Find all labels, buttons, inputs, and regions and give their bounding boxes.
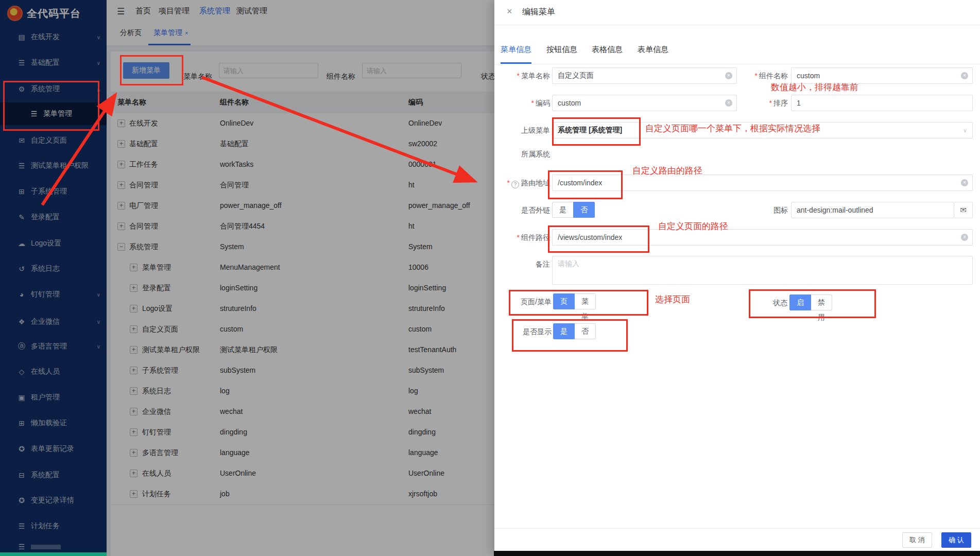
icon-name-input[interactable] — [791, 202, 954, 218]
cancel-button[interactable]: 取 消 — [902, 532, 932, 548]
status-toggle-option-禁用[interactable]: 禁用 — [811, 294, 832, 310]
bottom-black-bar — [494, 551, 980, 556]
component-path-label: *组件路径 — [463, 233, 550, 242]
component-name-input[interactable] — [791, 67, 973, 84]
external-link-label: 是否外链 — [463, 206, 550, 215]
required-star: * — [517, 72, 520, 80]
page-menu-toggle-option-页面[interactable]: 页面 — [553, 293, 575, 309]
drawer-tab-菜单信息[interactable]: 菜单信息 — [501, 45, 531, 55]
chevron-down-icon: ∨ — [963, 127, 967, 134]
parent-menu-value: 系统管理 [系统管理] — [558, 126, 622, 135]
required-star: * — [517, 233, 520, 241]
owning-system-label: 所属系统 — [463, 150, 550, 159]
visible-toggle-option-否[interactable]: 否 — [574, 323, 596, 339]
external-link-toggle-option-是[interactable]: 是 — [552, 202, 574, 218]
icon-field-label: 图标 — [711, 206, 788, 215]
close-icon[interactable]: × — [507, 6, 512, 17]
visible-label: 是否显示 — [463, 327, 552, 337]
component-path-input[interactable] — [552, 229, 973, 246]
question-circle-icon: ? — [511, 181, 519, 188]
required-star: * — [755, 72, 758, 80]
confirm-button[interactable]: 确 认 — [941, 532, 971, 548]
page-menu-toggle: 页面菜单 — [553, 293, 596, 309]
mail-icon-picker-button[interactable]: ✉ — [954, 202, 973, 218]
drawer-mask — [0, 0, 494, 556]
external-link-toggle: 是否 — [552, 202, 595, 218]
code-input[interactable] — [552, 95, 737, 111]
drawer-tab-按钮信息[interactable]: 按钮信息 — [546, 45, 577, 55]
app-screenshot: 全代码平台 ▤在线开发∨☰基础配置∨⚙系统管理∧☰菜单管理✉自定义页面☰测试菜单… — [0, 0, 980, 556]
drawer-title: 编辑菜单 — [522, 7, 555, 18]
visible-toggle: 是否 — [553, 323, 596, 339]
clear-icon[interactable]: × — [961, 234, 968, 241]
clear-icon[interactable]: × — [961, 72, 968, 79]
parent-menu-label: 上级菜单 — [463, 126, 550, 135]
parent-menu-select[interactable]: 系统管理 [系统管理] ∨ — [552, 122, 973, 138]
external-link-toggle-option-否[interactable]: 否 — [573, 202, 595, 218]
required-star: * — [507, 179, 510, 187]
route-address-label: *?路由地址 — [463, 179, 550, 188]
divider — [494, 528, 980, 529]
divider — [494, 25, 980, 25]
sort-label: *排序 — [711, 99, 788, 108]
bottom-teal-bar — [0, 552, 107, 556]
remark-textarea[interactable] — [552, 256, 973, 285]
menu-name-input[interactable] — [552, 67, 737, 84]
divider — [494, 64, 980, 64]
required-star: * — [531, 99, 534, 107]
clear-icon[interactable]: × — [961, 179, 968, 186]
sort-input[interactable] — [791, 95, 973, 111]
status-toggle-option-启用[interactable]: 启用 — [789, 294, 811, 310]
active-drawer-tab-underline — [501, 62, 531, 64]
component-name-label: *组件名称 — [711, 72, 788, 81]
drawer-tab-表单信息[interactable]: 表单信息 — [638, 45, 668, 55]
menu-name-label: *菜单名称 — [463, 72, 550, 81]
route-address-input[interactable] — [552, 175, 973, 191]
remark-label: 备注 — [463, 260, 550, 269]
page-menu-toggle-option-菜单[interactable]: 菜单 — [574, 293, 596, 309]
code-label: *编码 — [463, 99, 550, 108]
drawer-tab-表格信息[interactable]: 表格信息 — [592, 45, 623, 55]
required-star: * — [769, 99, 772, 107]
status-toggle: 启用禁用 — [789, 294, 832, 310]
status-label: 状态 — [711, 299, 787, 308]
page-menu-label: 页面/菜单 — [463, 298, 552, 307]
visible-toggle-option-是[interactable]: 是 — [553, 323, 575, 339]
